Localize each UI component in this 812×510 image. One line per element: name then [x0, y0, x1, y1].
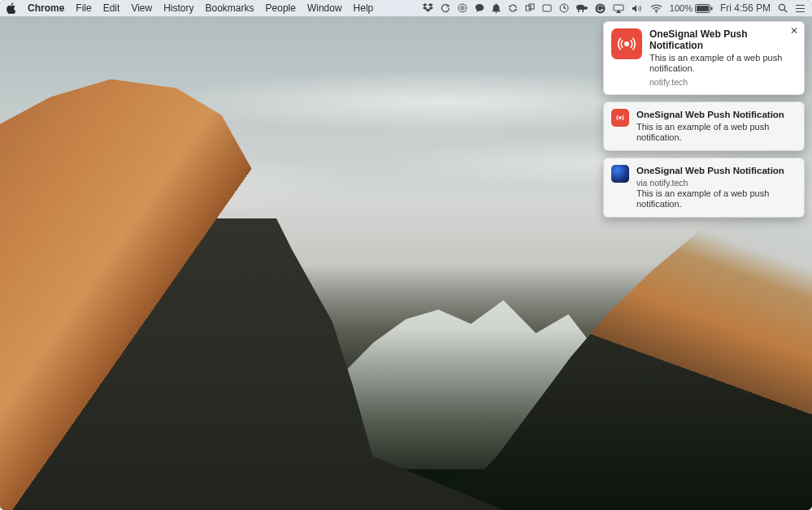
chat-bubble-icon[interactable] — [475, 3, 484, 13]
menu-bookmarks[interactable]: Bookmarks — [206, 2, 254, 14]
onesignal-app-icon — [611, 28, 642, 59]
bell-icon[interactable] — [492, 3, 501, 13]
notification-card[interactable]: OneSignal Web Push Notification This is … — [603, 102, 805, 151]
menubar-right: 100% Fri 4:56 PM — [423, 2, 805, 14]
target-icon[interactable] — [458, 3, 467, 13]
onesignal-app-icon — [611, 109, 629, 127]
dropbox-icon[interactable] — [423, 3, 433, 13]
notification-body: This is an example of a web push notific… — [636, 122, 797, 143]
menu-file[interactable]: File — [76, 2, 91, 14]
notification-center-icon[interactable] — [795, 4, 805, 13]
menu-window[interactable]: Window — [307, 2, 342, 14]
wifi-icon[interactable] — [650, 4, 662, 13]
menu-history[interactable]: History — [163, 2, 193, 14]
notification-stack: ✕ OneSignal Web Push Notification This i… — [603, 21, 805, 218]
svg-point-14 — [624, 41, 629, 46]
svg-rect-11 — [697, 6, 709, 11]
menu-help[interactable]: Help — [354, 2, 374, 14]
menubar-clock[interactable]: Fri 4:56 PM — [720, 2, 771, 14]
safari-app-icon — [611, 165, 629, 183]
svg-point-7 — [595, 3, 605, 13]
svg-rect-3 — [526, 6, 531, 11]
menubar-left: Chrome File Edit View History Bookmarks … — [7, 2, 373, 14]
svg-rect-4 — [529, 4, 534, 9]
menu-people[interactable]: People — [266, 2, 296, 14]
apple-menu-icon[interactable] — [7, 2, 16, 14]
notification-title: OneSignal Web Push Notification — [636, 165, 797, 176]
svg-point-15 — [619, 116, 622, 119]
notification-body: This is an example of a web push notific… — [636, 188, 797, 210]
svg-rect-12 — [710, 6, 712, 10]
mac-menubar: Chrome File Edit View History Bookmarks … — [0, 0, 812, 16]
overlap-squares-icon[interactable] — [525, 3, 535, 13]
battery-percent-label: 100% — [670, 3, 693, 13]
airplay-icon[interactable] — [613, 4, 624, 13]
svg-rect-8 — [614, 5, 623, 11]
desktop-screen: Chrome File Edit View History Bookmarks … — [0, 0, 812, 510]
svg-point-2 — [462, 7, 463, 9]
volume-icon[interactable] — [632, 4, 643, 13]
battery-status[interactable]: 100% — [670, 3, 713, 13]
refresh-icon[interactable] — [508, 3, 518, 13]
spotlight-icon[interactable] — [778, 3, 788, 13]
sync-icon[interactable] — [441, 3, 450, 13]
elephant-icon[interactable] — [576, 3, 588, 13]
svg-point-13 — [779, 4, 784, 10]
notification-title: OneSignal Web Push Notification — [649, 28, 797, 51]
menu-view[interactable]: View — [131, 2, 152, 14]
close-icon[interactable]: ✕ — [790, 26, 798, 36]
rect-icon[interactable] — [542, 4, 552, 12]
clock-outline-icon[interactable] — [559, 3, 569, 13]
notification-source: notify.tech — [649, 77, 797, 87]
menubar-app-name[interactable]: Chrome — [28, 2, 64, 14]
notification-via: via notify.tech — [636, 178, 797, 188]
notification-card[interactable]: ✕ OneSignal Web Push Notification This i… — [603, 21, 805, 95]
grammarly-icon[interactable] — [595, 3, 606, 14]
svg-point-9 — [655, 11, 657, 12]
notification-body: This is an example of a web push notific… — [649, 53, 797, 74]
notification-title: OneSignal Web Push Notification — [636, 109, 797, 120]
svg-rect-5 — [543, 5, 551, 11]
menu-edit[interactable]: Edit — [103, 2, 120, 14]
notification-card[interactable]: OneSignal Web Push Notification via noti… — [603, 158, 805, 218]
